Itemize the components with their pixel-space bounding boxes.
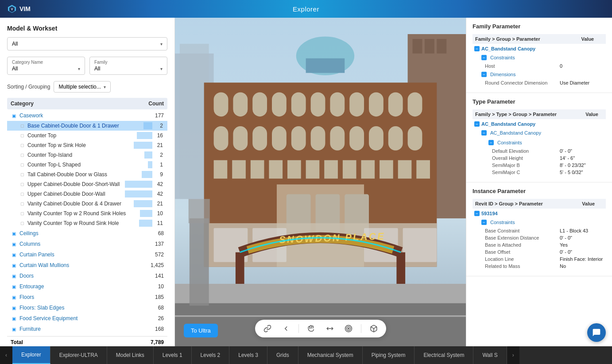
subgroup2-collapse[interactable]: − Constraints	[487, 138, 606, 147]
svg-rect-61	[175, 284, 466, 303]
param-label: SemiMajor B	[488, 163, 560, 168]
chat-button[interactable]	[587, 323, 606, 342]
table-row[interactable]: ▢ Counter Top-Island 2	[7, 150, 167, 160]
table-row[interactable]: ▣ Columns 137	[7, 239, 167, 249]
svg-rect-63	[189, 199, 210, 223]
param-label: Host	[481, 63, 560, 69]
table-row[interactable]: ▢ Counter Top w Sink Hole 21	[7, 140, 167, 150]
back-tool-button[interactable]	[280, 322, 292, 335]
table-row[interactable]: ▢ Counter Top 16	[7, 131, 167, 140]
target-tool-button[interactable]	[342, 322, 355, 335]
group-collapse[interactable]: − AC_Bandstand Canopy	[473, 45, 606, 53]
group-collapse[interactable]: − 593194	[473, 209, 606, 217]
tab-electrical-system[interactable]: Electrical System	[414, 346, 473, 364]
subgroup-collapse[interactable]: − AC_Bandstand Canopy	[480, 128, 606, 138]
tab-explorer-ultra[interactable]: Explorer-ULTRA	[50, 346, 107, 364]
sub-icon: ▢	[19, 211, 25, 216]
table-row[interactable]: ▢ Vanity Cabinet-Double Door & 4 Drawer …	[7, 199, 167, 209]
table-row[interactable]: ▣ Furniture 168	[7, 324, 167, 334]
svg-rect-43	[361, 160, 375, 179]
group-label: AC_Bandstand Canopy	[481, 121, 535, 127]
family-dropdown[interactable]: Family All ▾	[89, 57, 167, 75]
tab-grids[interactable]: Grids	[267, 346, 298, 364]
param-row: Base Constraint L1 - Block 43	[480, 227, 606, 234]
cat-count: 572	[146, 252, 164, 258]
table-row[interactable]: ▣ Doors 141	[7, 271, 167, 281]
subgroup-collapse[interactable]: − Constraints	[480, 53, 606, 62]
workset-value: All	[12, 41, 18, 47]
family-value-row: All ▾	[94, 66, 163, 72]
table-row[interactable]: ▢ Base Cabinet-Double Door & 1 Drawer 2	[7, 121, 167, 131]
param-label: Location Line	[481, 256, 560, 262]
cat-count: 68	[146, 305, 164, 311]
subgroup-collapse[interactable]: − Dimensions	[480, 70, 606, 79]
tab-levels-2[interactable]: Levels 2	[192, 346, 230, 364]
table-row[interactable]: ▢ Vanity Counter Top w Round Sink Hole 1…	[7, 218, 167, 228]
family-parameter-section: Family Parameter Family > Group > Parame…	[466, 18, 612, 93]
group-collapse[interactable]: − AC_Bandstand Canopy	[473, 120, 606, 128]
table-row[interactable]: ▣ Food Service Equipment 26	[7, 313, 167, 324]
table-row[interactable]: ▢ Vanity Counter Top w 2 Round Sink Hole…	[7, 209, 167, 218]
param-value: Yes	[560, 242, 604, 248]
sorting-row: Sorting / Grouping Multiple selectio... …	[7, 81, 167, 93]
tab-levels-1[interactable]: Levels 1	[154, 346, 192, 364]
sub-name: Vanity Cabinet-Double Door & 4 Drawer	[27, 201, 151, 207]
table-row[interactable]: ▣ Floors 185	[7, 292, 167, 302]
cat-count: 137	[146, 241, 164, 247]
param-group: − AC_Bandstand Canopy − AC_Bandstand Can…	[473, 120, 606, 176]
svg-rect-10	[425, 39, 434, 54]
tab-mechanical-system[interactable]: Mechanical System	[298, 346, 363, 364]
group-children: − Constraints Base Constraint L1 - Block…	[473, 217, 606, 270]
svg-rect-62	[190, 218, 209, 306]
tab-levels-3[interactable]: Levels 3	[229, 346, 267, 364]
param-row: Location Line Finish Face: Interior	[480, 256, 606, 263]
param-row: Base Offset 0' - 0"	[480, 248, 606, 256]
table-row[interactable]: ▢ Tall Cabinet-Double Door w Glass 9	[7, 170, 167, 179]
left-panel: Model & Workset All ▾ Category Name All …	[0, 18, 175, 346]
param-value: L1 - Block 43	[560, 228, 604, 233]
param-row: Round Connector Dimension Use Diameter	[480, 79, 606, 86]
to-ultra-button[interactable]: To Ultra	[184, 324, 218, 337]
tab-model-links[interactable]: Model Links	[107, 346, 154, 364]
tab-scroll-right[interactable]: ›	[507, 346, 519, 364]
workset-dropdown[interactable]: All ▾	[7, 37, 167, 50]
sorting-dropdown[interactable]: Multiple selectio... ▾	[54, 81, 110, 93]
orbit-tool-button[interactable]	[324, 322, 336, 335]
param-group: − 593194 − Constraints Base Con	[473, 209, 606, 270]
app-name: VIM	[19, 5, 31, 12]
table-row[interactable]: ▢ Upper Cabinet-Double Door-Short-Wall 4…	[7, 179, 167, 189]
table-row[interactable]: ▣ Casework 177	[7, 110, 167, 121]
tab-explorer[interactable]: Explorer	[12, 346, 50, 364]
cube-tool-button[interactable]	[368, 322, 380, 335]
subgroup-collapse[interactable]: − Constraints	[480, 217, 606, 227]
param-row: Host 0	[480, 62, 606, 70]
table-row[interactable]: ▣ Entourage 10	[7, 281, 167, 292]
svg-rect-42	[343, 160, 356, 179]
table-row[interactable]: ▣ Ceilings 68	[7, 228, 167, 239]
tab-piping-system[interactable]: Piping System	[363, 346, 415, 364]
table-row[interactable]: ▣ Curtain Wall Mullions 1,425	[7, 260, 167, 271]
param-label: Base is Attached	[481, 242, 560, 248]
subgroup-label: Constraints	[488, 219, 517, 226]
type-parameter-section: Type Parameter Family > Type > Group > P…	[466, 93, 612, 182]
expand-icon: ▣	[11, 273, 17, 279]
sub-icon: ▢	[19, 182, 25, 187]
table-row[interactable]: ▣ Curtain Panels 572	[7, 249, 167, 260]
param-label: SemiMajor C	[488, 170, 560, 175]
tab-scroll-left[interactable]: ‹	[0, 346, 12, 364]
table-row[interactable]: ▣ Floors: Slab Edges 68	[7, 302, 167, 313]
param-group: − AC_Bandstand Canopy − Constraints	[473, 45, 606, 86]
main-content: Model & Workset All ▾ Category Name All …	[0, 18, 612, 346]
table-row[interactable]: ▢ Upper Cabinet-Double Door-Wall 42	[7, 189, 167, 199]
building-scene: SNOWDON PLACE	[175, 18, 466, 346]
category-dropdown[interactable]: Category Name All ▾	[7, 57, 85, 75]
svg-rect-22	[388, 92, 403, 116]
tab-wall-s[interactable]: Wall S	[473, 346, 507, 364]
svg-rect-14	[233, 92, 248, 116]
expand-icon: ▣	[11, 305, 17, 311]
svg-rect-46	[416, 160, 430, 179]
link-tool-button[interactable]	[261, 322, 274, 335]
pan-tool-button[interactable]	[305, 322, 318, 335]
category-list: ▣ Casework 177 ▢ Base Cabinet-Double Doo…	[7, 110, 167, 334]
table-row[interactable]: ▢ Counter Top-L Shaped 1	[7, 160, 167, 170]
